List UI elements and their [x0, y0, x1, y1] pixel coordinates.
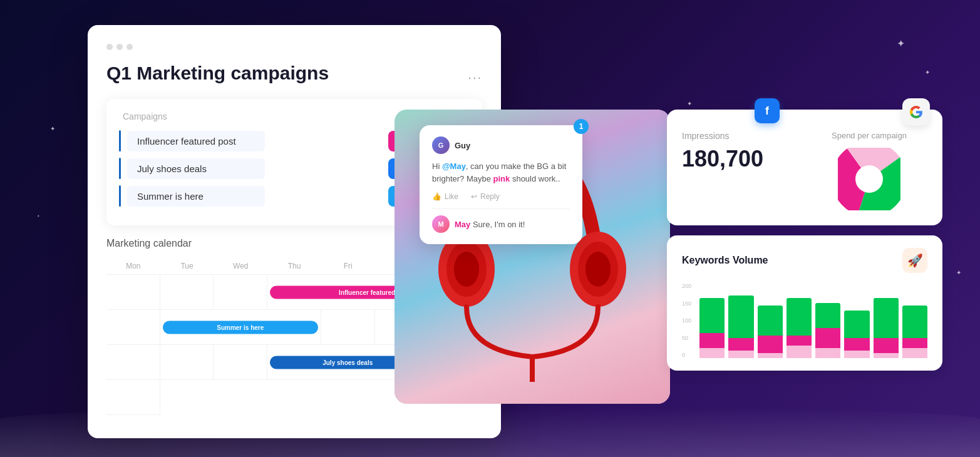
- chat-like-action[interactable]: 👍 Like: [432, 192, 458, 201]
- bar-2: [728, 295, 753, 358]
- star-1: ✦: [897, 38, 905, 49]
- bar-5-green: [815, 303, 840, 328]
- svg-point-5: [585, 252, 611, 287]
- bar-8-light: [902, 348, 927, 358]
- bar-4-light: [787, 346, 812, 358]
- campaign-name-3: Summer is here: [119, 185, 265, 207]
- keywords-title: Keywords Volume: [682, 255, 768, 266]
- bar-5-pink: [815, 328, 840, 348]
- bar-5-light: [815, 348, 840, 358]
- bar-6-pink: [844, 338, 869, 351]
- bar-4-pink: [787, 336, 812, 346]
- bar-8: [902, 306, 927, 358]
- notification-badge: 1: [574, 119, 589, 134]
- cal-cell-r3-wed: [214, 345, 267, 380]
- may-reply-message: Sure, I'm on it!: [473, 220, 525, 229]
- cal-header-thu: Thu: [267, 258, 321, 275]
- bar-4: [787, 298, 812, 358]
- spend-pie-chart: [838, 148, 900, 210]
- reply-label: Reply: [480, 192, 500, 201]
- y-label-150: 150: [682, 300, 691, 307]
- more-options[interactable]: ···: [468, 70, 482, 85]
- keywords-header: Keywords Volume 🚀: [682, 248, 927, 273]
- bar-2-pink: [728, 338, 753, 351]
- page-title: Q1 Marketing campaigns: [106, 63, 482, 84]
- bar-7-pink: [874, 338, 899, 353]
- y-label-100: 100: [682, 317, 691, 324]
- cal-header-mon: Mon: [106, 258, 160, 275]
- bar-6-green: [844, 311, 869, 338]
- google-icon-badge: [902, 98, 930, 126]
- chat-reply-action[interactable]: ↩ Reply: [471, 192, 500, 201]
- reply-icon: ↩: [471, 192, 477, 201]
- chat-user-guy: G Guy: [432, 136, 570, 154]
- avatar-may: M: [432, 215, 450, 233]
- ground-decoration: [0, 407, 980, 457]
- may-reply: May Sure, I'm on it!: [455, 220, 525, 229]
- chat-bubble: 1 G Guy Hi @May, can you make the BG a b…: [420, 125, 582, 244]
- campaign-name-text-2: July shoes deals: [127, 158, 265, 179]
- campaigns-col-label: Campaigns: [123, 111, 167, 121]
- cal-cell-r3-tue: [160, 345, 214, 380]
- bar-7: [874, 298, 899, 358]
- cal-cell-r3-mon: [106, 345, 160, 380]
- bar-6: [844, 311, 869, 358]
- star-2: ✦: [925, 69, 930, 76]
- y-label-0: 0: [682, 352, 691, 358]
- y-label-50: 50: [682, 335, 691, 341]
- campaign-name-1: Influencer featured post: [119, 130, 265, 151]
- cal-cell-r2-fri: [321, 310, 375, 345]
- bar-2-light: [728, 351, 753, 358]
- campaign-bar-3: [119, 185, 121, 207]
- bar-3: [758, 306, 783, 358]
- svg-point-2: [454, 252, 479, 287]
- may-name: May: [455, 220, 470, 229]
- impressions-label: Impressions: [682, 131, 798, 141]
- bar-3-green: [758, 306, 783, 336]
- bar-3-light: [758, 353, 783, 358]
- campaign-name-text-1: Influencer featured post: [127, 131, 265, 151]
- cal-header-wed: Wed: [214, 258, 267, 275]
- bar-chart-bars: [699, 283, 927, 358]
- chat-reply-row: M May Sure, I'm on it!: [432, 215, 570, 233]
- username-guy: Guy: [455, 141, 470, 150]
- chat-pink-word: pink: [493, 174, 510, 183]
- google-logo: [909, 105, 923, 119]
- bar-7-light: [874, 353, 899, 358]
- bar-6-light: [844, 351, 869, 358]
- impressions-value: 180,700: [682, 146, 798, 172]
- campaign-bar-2: [119, 158, 121, 179]
- chat-actions: 👍 Like ↩ Reply: [432, 192, 570, 209]
- cal-header-fri: Fri: [321, 258, 375, 275]
- bar-1-green: [699, 298, 725, 333]
- campaign-bar-1: [119, 130, 121, 151]
- keywords-bar-chart: 200 150 100 50 0: [682, 283, 927, 358]
- cal-cell-r1-tue: [160, 275, 214, 310]
- cal-cell-r2-tue: Summer is here: [160, 310, 321, 345]
- cal-header-tue: Tue: [160, 258, 214, 275]
- like-label: Like: [445, 192, 458, 201]
- avatar-guy: G: [432, 136, 450, 154]
- star-6: ✦: [687, 100, 692, 107]
- bar-8-pink: [902, 338, 927, 348]
- facebook-icon-badge: f: [755, 98, 780, 123]
- bar-1-light: [699, 348, 725, 358]
- bar-3-pink: [758, 336, 783, 353]
- y-label-200: 200: [682, 283, 691, 289]
- cal-event-summer[interactable]: Summer is here: [163, 321, 318, 334]
- window-dot-3: [126, 44, 133, 50]
- y-axis: 200 150 100 50 0: [682, 283, 691, 358]
- window-dots: [106, 44, 482, 50]
- right-panel: f Impressions 180,700 Spend per campaign: [667, 110, 942, 371]
- svg-point-10: [855, 165, 883, 193]
- chat-message: Hi @May, can you make the BG a bit brigh…: [432, 160, 570, 185]
- star-4: •: [38, 213, 39, 218]
- cal-cell-r1-mon: [106, 275, 160, 310]
- bar-8-green: [902, 306, 927, 338]
- spend-label: Spend per campaign: [832, 131, 907, 140]
- campaign-name-2: July shoes deals: [119, 158, 265, 179]
- bar-5: [815, 303, 840, 358]
- chat-mention: @May: [442, 162, 466, 171]
- star-3: ✦: [50, 125, 55, 132]
- keywords-card: Keywords Volume 🚀 200 150 100 50 0: [667, 235, 942, 371]
